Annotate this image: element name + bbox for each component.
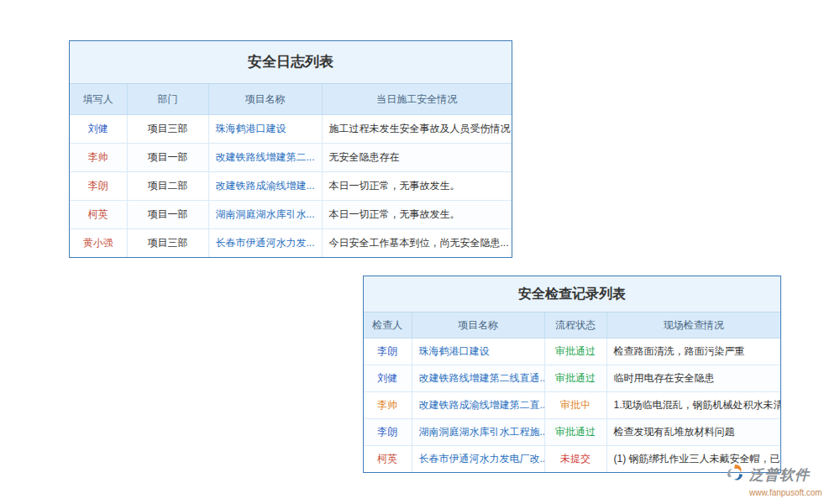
status-badge: 审批通过	[544, 365, 606, 392]
table-row: 李朗 湖南洞庭湖水库引水工程施... 审批通过 检查发现有乱堆放材料问题	[364, 419, 780, 446]
project-name-link[interactable]: 改建铁路线增建第二...	[208, 144, 322, 172]
situation-cell: 检查路面清洗，路面污染严重	[606, 339, 780, 365]
inspector-name-link[interactable]: 李帅	[364, 392, 412, 419]
filler-name-link[interactable]: 李朗	[70, 172, 127, 201]
dept-cell: 项目一部	[127, 144, 208, 172]
filler-name-link[interactable]: 刘健	[70, 115, 127, 144]
table-row: 刘健 项目三部 珠海鹤港口建设 施工过程未发生安全事故及人员受伤情况	[70, 115, 512, 144]
status-badge: 审批通过	[544, 339, 606, 365]
project-name-link[interactable]: 湖南洞庭湖水库引水...	[208, 201, 322, 229]
col-header-inspector: 检查人	[364, 312, 412, 339]
dept-cell: 项目三部	[127, 229, 208, 258]
table-row: 柯英 项目一部 湖南洞庭湖水库引水... 本日一切正常，无事故发生。	[70, 201, 512, 229]
safety-inspection-panel: 安全检查记录列表 检查人 项目名称 流程状态 现场检查情况 李朗 珠海鹤港口建设…	[363, 276, 781, 473]
filler-name-link[interactable]: 李帅	[70, 144, 127, 172]
project-name-link[interactable]: 长春市伊通河水力发电厂改...	[412, 446, 544, 473]
col-header-project: 项目名称	[412, 312, 544, 339]
project-name-link[interactable]: 珠海鹤港口建设	[208, 115, 322, 144]
col-header-filler: 填写人	[70, 84, 127, 115]
safety-log-panel: 安全日志列表 填写人 部门 项目名称 当日施工安全情况 刘健 项目三部 珠海鹤港…	[69, 40, 512, 258]
inspector-name-link[interactable]: 刘健	[364, 365, 412, 392]
fanpu-brand-text: 泛普软件	[749, 465, 810, 485]
inspector-name-link[interactable]: 李朗	[364, 339, 412, 365]
table-row: 柯英 长春市伊通河水力发电厂改... 未提交 (1) 钢筋绑扎作业三人未戴安全帽…	[364, 446, 780, 473]
col-header-situation: 当日施工安全情况	[322, 84, 512, 115]
situation-cell: 本日一切正常，无事故发生。	[322, 172, 512, 201]
table-row: 李帅 改建铁路成渝线增建第二直... 审批中 1.现场临电混乱，钢筋机械处积水未…	[364, 392, 780, 419]
fanpu-logo: 泛普软件 www.fanpusoft.com	[724, 462, 833, 497]
fanpu-logo-icon	[724, 462, 749, 487]
project-name-link[interactable]: 改建铁路成渝线增建...	[208, 172, 322, 201]
safety-log-table: 填写人 部门 项目名称 当日施工安全情况 刘健 项目三部 珠海鹤港口建设 施工过…	[70, 84, 512, 257]
filler-name-link[interactable]: 柯英	[70, 201, 127, 229]
dept-cell: 项目三部	[127, 115, 208, 144]
table-row: 李朗 珠海鹤港口建设 审批通过 检查路面清洗，路面污染严重	[364, 339, 780, 365]
situation-cell: 1.现场临电混乱，钢筋机械处积水未清理	[606, 392, 780, 419]
col-header-status: 流程状态	[544, 312, 606, 339]
table-row: 李朗 项目二部 改建铁路成渝线增建... 本日一切正常，无事故发生。	[70, 172, 512, 201]
safety-log-header-row: 填写人 部门 项目名称 当日施工安全情况	[70, 84, 512, 115]
situation-cell: 检查发现有乱堆放材料问题	[606, 419, 780, 446]
project-name-link[interactable]: 长春市伊通河水力发...	[208, 229, 322, 258]
col-header-dept: 部门	[127, 84, 208, 115]
inspector-name-link[interactable]: 李朗	[364, 419, 412, 446]
safety-inspection-header-row: 检查人 项目名称 流程状态 现场检查情况	[364, 312, 780, 339]
filler-name-link[interactable]: 黄小强	[70, 229, 127, 258]
safety-inspection-title: 安全检查记录列表	[364, 276, 780, 312]
status-badge: 未提交	[544, 446, 606, 473]
table-row: 刘健 改建铁路线增建第二线直通... 审批通过 临时用电存在安全隐患	[364, 365, 780, 392]
situation-cell: 无安全隐患存在	[322, 144, 512, 172]
safety-log-title: 安全日志列表	[70, 41, 512, 84]
col-header-project: 项目名称	[208, 84, 322, 115]
situation-cell: 本日一切正常，无事故发生。	[322, 201, 512, 229]
situation-cell: 今日安全工作基本到位，尚无安全隐患...	[322, 229, 512, 258]
situation-cell: 临时用电存在安全隐患	[606, 365, 780, 392]
table-row: 李帅 项目一部 改建铁路线增建第二... 无安全隐患存在	[70, 144, 512, 172]
project-name-link[interactable]: 珠海鹤港口建设	[412, 339, 544, 365]
project-name-link[interactable]: 湖南洞庭湖水库引水工程施...	[412, 419, 544, 446]
project-name-link[interactable]: 改建铁路成渝线增建第二直...	[412, 392, 544, 419]
col-header-situation: 现场检查情况	[606, 312, 780, 339]
project-name-link[interactable]: 改建铁路线增建第二线直通...	[412, 365, 544, 392]
dept-cell: 项目二部	[127, 172, 208, 201]
status-badge: 审批中	[544, 392, 606, 419]
safety-inspection-table: 检查人 项目名称 流程状态 现场检查情况 李朗 珠海鹤港口建设 审批通过 检查路…	[364, 312, 780, 472]
situation-cell: 施工过程未发生安全事故及人员受伤情况	[322, 115, 512, 144]
fanpu-url-text: www.fanpusoft.com	[749, 488, 833, 497]
inspector-name-link[interactable]: 柯英	[364, 446, 412, 473]
table-row: 黄小强 项目三部 长春市伊通河水力发... 今日安全工作基本到位，尚无安全隐患.…	[70, 229, 512, 258]
dept-cell: 项目一部	[127, 201, 208, 229]
status-badge: 审批通过	[544, 419, 606, 446]
